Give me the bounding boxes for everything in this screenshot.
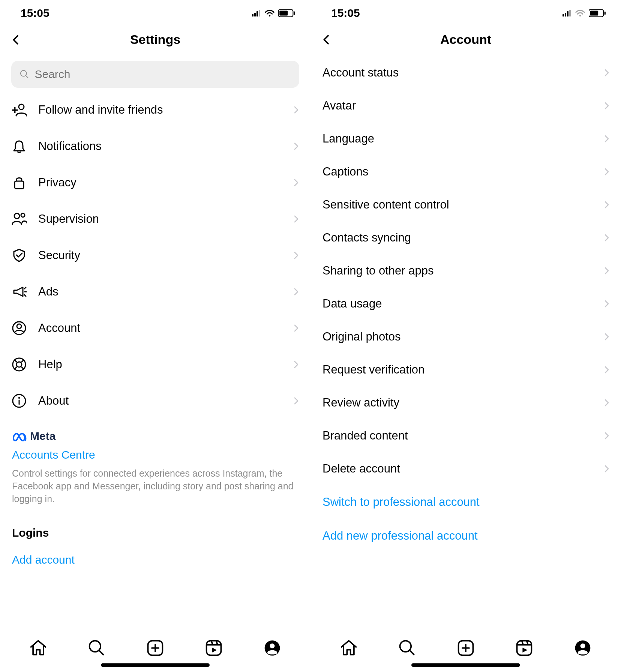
back-button[interactable] [8,31,23,48]
row-label: Language [322,132,604,146]
chevron-right-icon [604,135,610,142]
account-row-branded-content[interactable]: Branded content [310,419,621,452]
search-icon [398,639,417,657]
account-row-review-activity[interactable]: Review activity [310,386,621,419]
accounts-centre-link[interactable]: Accounts Centre [12,448,298,461]
add-icon [456,639,475,657]
reels-icon [515,639,534,657]
status-bar: 15:05 [0,0,310,26]
chevron-right-icon [604,267,610,274]
profile-icon [573,639,592,657]
page-title: Settings [0,32,310,47]
settings-row-about[interactable]: About [0,382,310,419]
link-add-new-professional-account[interactable]: Add new professional account [310,519,621,553]
tab-home[interactable] [339,638,359,658]
row-label: Avatar [322,99,604,112]
account-icon [11,320,27,336]
account-row-delete-account[interactable]: Delete account [310,452,621,485]
logins-section: Logins Add account [0,515,310,578]
people-icon [11,211,27,227]
tab-add[interactable] [456,638,476,658]
row-label: Help [38,358,293,371]
meta-description: Control settings for connected experienc… [12,467,298,505]
settings-row-help[interactable]: Help [0,346,310,382]
row-label: Security [38,249,293,262]
account-row-account-status[interactable]: Account status [310,56,621,89]
account-row-captions[interactable]: Captions [310,155,621,188]
settings-row-ads[interactable]: Ads [0,273,310,310]
chevron-right-icon [604,168,610,176]
bell-icon [11,138,27,154]
status-time: 15:05 [331,7,360,20]
chevron-right-icon [293,324,299,332]
meta-logo: Meta [12,430,298,442]
link-label: Switch to professional account [322,495,480,509]
account-row-language[interactable]: Language [310,122,621,155]
account-row-sensitive-content-control[interactable]: Sensitive content control [310,188,621,221]
tab-add[interactable] [145,638,165,658]
chevron-left-icon [322,35,330,45]
link-label: Add new professional account [322,529,478,543]
row-label: Delete account [322,462,604,476]
tab-reels[interactable] [514,638,534,658]
row-label: Contacts syncing [322,231,604,244]
tab-search[interactable] [87,638,107,658]
chevron-right-icon [604,234,610,242]
settings-row-supervision[interactable]: Supervision [0,201,310,237]
row-label: Account [38,321,293,335]
chevron-right-icon [293,106,299,114]
chevron-right-icon [604,300,610,308]
status-time: 15:05 [21,7,50,20]
meta-section: Meta Accounts Centre Control settings fo… [0,419,310,515]
search-input[interactable] [34,68,291,81]
chevron-left-icon [11,35,20,45]
tab-home[interactable] [28,638,48,658]
lifebuoy-icon [11,357,27,372]
meta-icon [12,430,27,442]
search-icon [20,69,29,80]
row-label: Data usage [322,297,604,310]
back-button[interactable] [318,31,334,48]
chevron-right-icon [604,102,610,110]
row-label: Notifications [38,140,293,153]
chevron-right-icon [604,465,610,472]
nav-bar: Settings [0,26,310,53]
chevron-right-icon [604,69,610,76]
chevron-right-icon [604,366,610,374]
account-row-data-usage[interactable]: Data usage [310,287,621,320]
tab-profile[interactable] [573,638,593,658]
settings-screen: 15:05 Settings Follow and invite friends… [0,0,310,672]
settings-row-notifications[interactable]: Notifications [0,128,310,164]
settings-row-security[interactable]: Security [0,237,310,273]
tab-search[interactable] [397,638,417,658]
profile-icon [263,639,282,657]
settings-row-account[interactable]: Account [0,310,310,346]
logins-title: Logins [12,526,298,539]
row-label: Follow and invite friends [38,103,293,117]
add-icon [146,639,165,657]
account-row-sharing-to-other-apps[interactable]: Sharing to other apps [310,254,621,287]
status-icons [562,9,606,17]
account-row-original-photos[interactable]: Original photos [310,320,621,353]
row-label: Ads [38,285,293,298]
tab-reels[interactable] [204,638,224,658]
meta-brand: Meta [30,430,56,442]
tab-profile[interactable] [262,638,282,658]
account-row-request-verification[interactable]: Request verification [310,353,621,386]
link-switch-to-professional-account[interactable]: Switch to professional account [310,485,621,519]
add-account-link[interactable]: Add account [12,554,298,566]
shield-icon [11,248,27,263]
page-title: Account [310,32,621,47]
chevron-right-icon [293,179,299,186]
account-row-contacts-syncing[interactable]: Contacts syncing [310,221,621,254]
chevron-right-icon [293,288,299,296]
lock-icon [11,175,27,190]
account-row-avatar[interactable]: Avatar [310,89,621,122]
cellular-icon [251,10,261,16]
settings-row-follow-and-invite-friends[interactable]: Follow and invite friends [0,92,310,128]
status-bar: 15:05 [310,0,621,26]
settings-row-privacy[interactable]: Privacy [0,164,310,201]
row-label: Sharing to other apps [322,264,604,278]
home-icon [29,639,48,657]
search-box[interactable] [11,61,299,88]
